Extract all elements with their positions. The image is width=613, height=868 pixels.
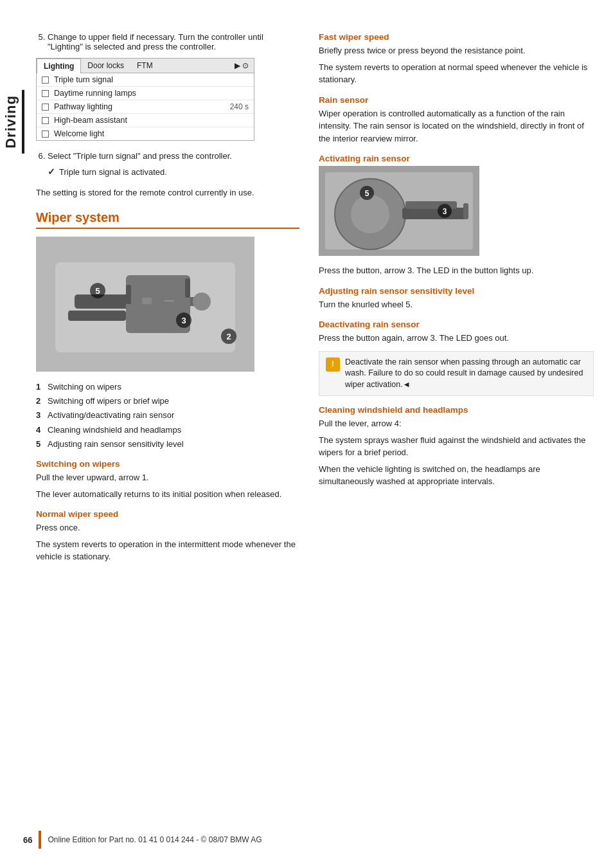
menu-right-2: 240 s <box>230 102 249 111</box>
normal-speed-body1: Press once. <box>36 521 299 534</box>
switching-on-body2: The lever automatically returns to its i… <box>36 488 299 501</box>
cleaning-body3: When the vehicle lighting is switched on… <box>319 463 594 488</box>
fast-speed-title: Fast wiper speed <box>319 32 594 42</box>
svg-text:3: 3 <box>181 316 186 325</box>
menu-checkbox-0 <box>42 77 49 84</box>
step-item-2: 2 Switching off wipers or brief wipe <box>36 395 299 407</box>
menu-label-4: Welcome light <box>54 129 104 138</box>
svg-rect-27 <box>463 203 468 219</box>
menu-item-2: Pathway lighting240 s <box>37 100 254 114</box>
footer-text: Online Edition for Part no. 01 41 0 014 … <box>48 835 262 844</box>
menu-tabs: Lighting Door locks FTM ▶ ⊙ <box>37 59 254 73</box>
menu-tab-doorlocks[interactable]: Door locks <box>81 59 130 73</box>
menu-label-1: Daytime running lamps <box>54 89 136 98</box>
switching-on-body1: Pull the lever upward, arrow 1. <box>36 471 299 484</box>
menu-item-1: Daytime running lamps <box>37 87 254 100</box>
wiper-diagram: 5 3 2 <box>36 237 299 374</box>
rain-sensor-diagram: 5 3 <box>319 166 594 258</box>
svg-point-20 <box>351 195 389 233</box>
menu-label-2: Pathway lighting <box>54 102 112 111</box>
checkmark-icon: ✓ <box>48 166 55 179</box>
menu-item-0: Triple turn signal <box>37 73 254 87</box>
menu-arrow: ▶ ⊙ <box>229 59 254 73</box>
menu-checkbox-2 <box>42 104 49 111</box>
normal-speed-body2: The system reverts to operation in the i… <box>36 538 299 563</box>
menu-checkbox-1 <box>42 90 49 97</box>
cleaning-body1: Pull the lever, arrow 4: <box>319 417 594 430</box>
adjusting-rain-title: Adjusting rain sensor sensitivity level <box>319 286 594 296</box>
stored-text: The setting is stored for the remote con… <box>36 186 299 199</box>
svg-rect-5 <box>68 311 126 321</box>
menu-items: Triple turn signalDaytime running lampsP… <box>37 73 254 140</box>
menu-item-4: Welcome light <box>37 127 254 140</box>
step-item-1: 1 Switching on wipers <box>36 381 299 393</box>
menu-checkbox-3 <box>42 117 49 124</box>
side-tab: Driving <box>0 0 23 868</box>
warning-icon: ! <box>326 357 340 372</box>
fast-speed-body1: Briefly press twice or press beyond the … <box>319 44 594 57</box>
left-column: Change to upper field if necessary. Turn… <box>36 32 312 849</box>
svg-text:5: 5 <box>95 286 100 296</box>
wiper-section-title: Wiper system <box>36 210 299 229</box>
svg-rect-14 <box>142 298 152 304</box>
rain-sensor-title: Rain sensor <box>319 95 594 105</box>
menu-tab-ftm[interactable]: FTM <box>130 59 159 73</box>
steps-list: 1 Switching on wipers 2 Switching off wi… <box>36 381 299 450</box>
warning-text: Deactivate the rain sensor when passing … <box>345 357 587 391</box>
right-column: Fast wiper speed Briefly press twice or … <box>312 32 594 849</box>
menu-label-3: High-beam assistant <box>54 116 127 125</box>
footer-bar <box>39 831 41 849</box>
cleaning-body2: The system sprays washer fluid against t… <box>319 434 594 459</box>
warning-box: ! Deactivate the rain sensor when passin… <box>319 351 594 397</box>
adjusting-rain-body: Turn the knurled wheel 5. <box>319 298 594 311</box>
menu-box: Lighting Door locks FTM ▶ ⊙ Triple turn … <box>36 58 254 141</box>
wiper-svg: 5 3 2 <box>36 237 254 372</box>
page-footer: 66 Online Edition for Part no. 01 41 0 0… <box>23 831 594 849</box>
deactivating-rain-title: Deactivating rain sensor <box>319 320 594 329</box>
side-tab-label: Driving <box>0 90 24 154</box>
menu-checkbox-4 <box>42 131 49 138</box>
rain-sensor-body: Wiper operation is controlled automatica… <box>319 107 594 145</box>
cleaning-title: Cleaning windshield and headlamps <box>319 405 594 415</box>
activated-text: Triple turn signal is activated. <box>59 167 167 178</box>
deactivating-rain-body: Press the button again, arrow 3. The LED… <box>319 332 594 345</box>
switching-on-title: Switching on wipers <box>36 459 299 469</box>
activating-rain-title: Activating rain sensor <box>319 154 594 163</box>
step-6: Select "Triple turn signal" and press th… <box>48 151 299 161</box>
svg-text:3: 3 <box>443 207 447 216</box>
menu-item-3: High-beam assistant <box>37 114 254 127</box>
normal-speed-title: Normal wiper speed <box>36 509 299 519</box>
step-item-3: 3 Activating/deactivating rain sensor <box>36 410 299 421</box>
svg-rect-15 <box>126 285 131 304</box>
menu-tab-lighting[interactable]: Lighting <box>37 59 81 73</box>
svg-text:2: 2 <box>226 332 231 341</box>
checkmark-line: ✓ Triple turn signal is activated. <box>48 166 299 179</box>
svg-text:5: 5 <box>365 189 369 198</box>
step-5: Change to upper field if necessary. Turn… <box>48 32 299 51</box>
fast-speed-body2: The system reverts to operation at norma… <box>319 61 594 86</box>
page: Driving Change to upper field if necessa… <box>0 0 613 868</box>
step-item-5: 5 Adjusting rain sensor sensitivity leve… <box>36 439 299 450</box>
svg-rect-16 <box>185 278 190 298</box>
svg-point-4 <box>193 293 211 311</box>
rain-sensor-svg: 5 3 <box>319 166 479 256</box>
main-content: Change to upper field if necessary. Turn… <box>23 0 613 868</box>
page-number: 66 <box>23 835 32 845</box>
activating-rain-body: Press the button, arrow 3. The LED in th… <box>319 264 594 277</box>
step-item-4: 4 Cleaning windshield and headlamps <box>36 424 299 436</box>
step6-block: ✓ Triple turn signal is activated. <box>48 166 299 179</box>
svg-rect-21 <box>402 208 466 219</box>
menu-label-0: Triple turn signal <box>54 75 113 84</box>
